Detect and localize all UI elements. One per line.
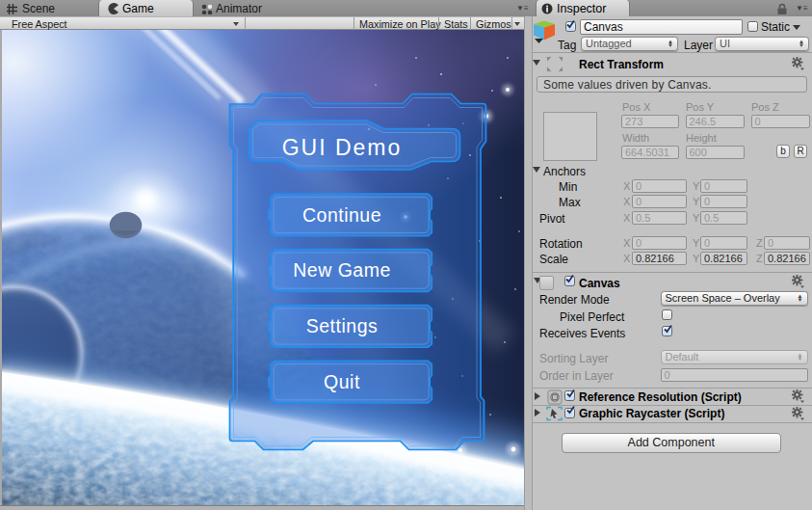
svg-text:GUI Demo: GUI Demo xyxy=(282,135,403,160)
svg-text:Settings: Settings xyxy=(306,315,378,336)
svg-text:Quit: Quit xyxy=(324,371,360,392)
svg-text:New Game: New Game xyxy=(293,259,391,281)
svg-text:Continue: Continue xyxy=(302,204,381,226)
